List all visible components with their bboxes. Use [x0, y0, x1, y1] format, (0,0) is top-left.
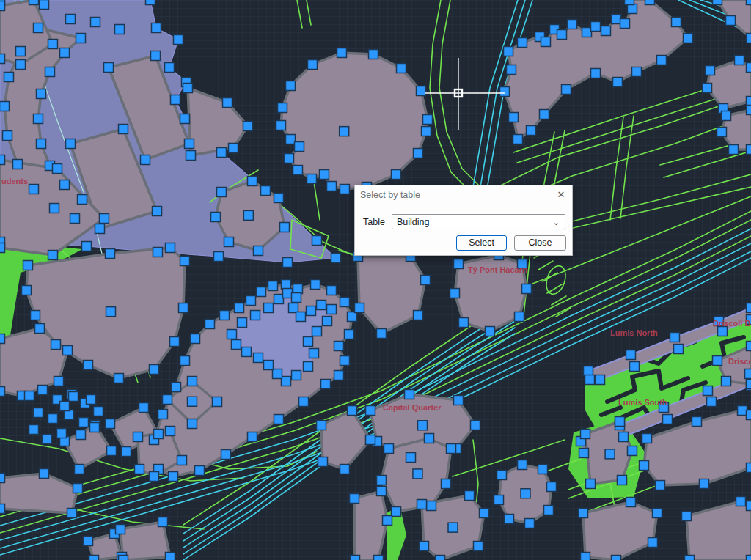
grip-handle[interactable] [0, 334, 5, 344]
select-button[interactable]: Select [456, 235, 507, 251]
grip-handle[interactable] [188, 419, 197, 429]
grip-handle[interactable] [119, 125, 128, 134]
grip-handle[interactable] [703, 386, 713, 396]
grip-handle[interactable] [465, 491, 475, 501]
grip-handle[interactable] [166, 553, 175, 560]
grip-handle[interactable] [392, 170, 401, 180]
grip-handle[interactable] [366, 435, 376, 445]
grip-handle[interactable] [369, 50, 378, 59]
grip-handle[interactable] [736, 497, 746, 506]
grip-handle[interactable] [722, 377, 731, 386]
grip-handle[interactable] [43, 435, 52, 444]
grip-handle[interactable] [334, 342, 344, 351]
grip-handle[interactable] [3, 131, 12, 141]
grip-handle[interactable] [150, 365, 159, 375]
grip-handle[interactable] [191, 334, 200, 344]
grip-handle[interactable] [713, 356, 722, 366]
grip-handle[interactable] [747, 145, 751, 155]
grip-handle[interactable] [106, 419, 115, 429]
grip-handle[interactable] [318, 457, 328, 467]
grip-handle[interactable] [65, 410, 74, 420]
grip-handle[interactable] [264, 303, 274, 313]
grip-handle[interactable] [656, 481, 665, 490]
grip-handle[interactable] [34, 114, 43, 124]
grip-handle[interactable] [717, 128, 727, 137]
grip-handle[interactable] [747, 63, 751, 73]
grip-handle[interactable] [422, 127, 431, 136]
grip-handle[interactable] [414, 311, 423, 320]
grip-handle[interactable] [340, 127, 349, 136]
grip-handle[interactable] [165, 63, 175, 73]
grip-handle[interactable] [0, 54, 5, 64]
grip-handle[interactable] [35, 324, 45, 334]
map-canvas[interactable]: Tŷ Pont HaearnCapital QuarterLumis North… [0, 0, 751, 560]
grip-handle[interactable] [100, 214, 109, 224]
grip-handle[interactable] [283, 289, 293, 298]
grip-handle[interactable] [670, 333, 680, 342]
grip-handle[interactable] [327, 182, 337, 191]
grip-handle[interactable] [703, 84, 712, 93]
grip-handle[interactable] [448, 523, 458, 532]
grip-handle[interactable] [180, 114, 190, 124]
grip-handle[interactable] [180, 257, 190, 266]
grip-handle[interactable] [296, 312, 306, 322]
grip-handle[interactable] [251, 311, 260, 320]
grip-handle[interactable] [29, 0, 39, 5]
grip-handle[interactable] [48, 251, 58, 260]
grip-handle[interactable] [13, 160, 23, 169]
grip-handle[interactable] [76, 34, 86, 43]
map-drawing[interactable]: Tŷ Pont HaearnCapital QuarterLumis North… [0, 0, 751, 560]
grip-handle[interactable] [579, 449, 589, 458]
grip-handle[interactable] [146, 0, 155, 5]
grip-handle[interactable] [114, 374, 124, 383]
grip-handle[interactable] [16, 47, 26, 56]
grip-handle[interactable] [747, 342, 751, 351]
grip-handle[interactable] [292, 293, 301, 303]
grip-handle[interactable] [295, 142, 304, 152]
grip-handle[interactable] [154, 430, 164, 439]
grip-handle[interactable] [188, 397, 197, 406]
close-button[interactable]: Close [514, 235, 566, 251]
grip-handle[interactable] [213, 397, 222, 407]
grip-handle[interactable] [584, 366, 593, 376]
grip-handle[interactable] [170, 337, 180, 347]
grip-handle[interactable] [682, 512, 692, 521]
grip-handle[interactable] [374, 556, 384, 560]
grip-handle[interactable] [547, 482, 557, 492]
grip-handle[interactable] [312, 236, 322, 246]
grip-handle[interactable] [57, 429, 67, 438]
grip-handle[interactable] [540, 110, 549, 119]
grip-handle[interactable] [48, 414, 58, 424]
grip-handle[interactable] [692, 417, 702, 427]
grip-handle[interactable] [38, 386, 48, 395]
grip-handle[interactable] [747, 410, 751, 420]
grip-handle[interactable] [158, 410, 168, 419]
grip-handle[interactable] [684, 34, 693, 43]
grip-handle[interactable] [562, 85, 571, 95]
grip-handle[interactable] [450, 289, 460, 298]
grip-handle[interactable] [321, 380, 331, 389]
grip-handle[interactable] [0, 387, 5, 397]
grip-handle[interactable] [223, 98, 232, 108]
grip-handle[interactable] [605, 449, 615, 459]
grip-handle[interactable] [246, 296, 256, 306]
grip-handle[interactable] [327, 305, 337, 314]
grip-handle[interactable] [392, 507, 401, 517]
grip-handle[interactable] [48, 40, 58, 49]
grip-handle[interactable] [625, 0, 634, 5]
grip-handle[interactable] [406, 453, 416, 463]
grip-handle[interactable] [264, 361, 274, 370]
grip-handle[interactable] [557, 30, 567, 40]
grip-handle[interactable] [151, 51, 161, 61]
grip-handle[interactable] [436, 556, 445, 560]
grip-handle[interactable] [54, 377, 64, 386]
grip-handle[interactable] [0, 155, 5, 165]
grip-handle[interactable] [420, 542, 429, 551]
grip-handle[interactable] [51, 340, 61, 350]
grip-handle[interactable] [174, 35, 183, 45]
grip-handle[interactable] [747, 463, 751, 473]
grip-handle[interactable] [135, 465, 144, 474]
grip-handle[interactable] [243, 122, 253, 131]
grip-handle[interactable] [527, 126, 536, 136]
grip-handle[interactable] [672, 18, 681, 27]
